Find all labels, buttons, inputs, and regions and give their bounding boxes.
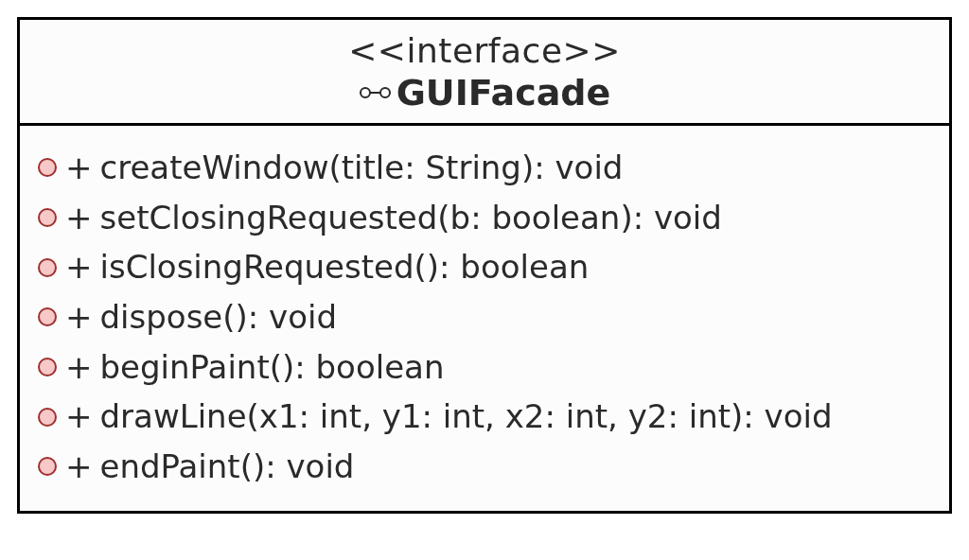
method-bullet-icon bbox=[37, 407, 58, 428]
member-row: + isClosingRequested(): boolean bbox=[37, 242, 932, 292]
class-name: GUIFacade bbox=[396, 72, 611, 114]
method-signature: dispose(): void bbox=[100, 292, 338, 342]
visibility-symbol: + bbox=[65, 143, 93, 193]
uml-header: <<interface>> GUIFacade bbox=[20, 20, 949, 126]
uml-interface-box: <<interface>> GUIFacade + createWindow(t… bbox=[17, 17, 952, 514]
method-bullet-icon bbox=[37, 157, 58, 178]
interface-lollipop-icon bbox=[359, 84, 391, 101]
visibility-symbol: + bbox=[65, 242, 93, 292]
classname-row: GUIFacade bbox=[20, 72, 949, 114]
visibility-symbol: + bbox=[65, 193, 93, 243]
uml-body: + createWindow(title: String): void + se… bbox=[20, 126, 949, 511]
method-bullet-icon bbox=[37, 257, 58, 278]
svg-point-0 bbox=[361, 88, 370, 97]
method-signature: endPaint(): void bbox=[100, 442, 355, 492]
svg-point-9 bbox=[39, 458, 56, 475]
visibility-symbol: + bbox=[65, 342, 93, 393]
method-signature: isClosingRequested(): boolean bbox=[100, 242, 590, 292]
svg-point-8 bbox=[39, 409, 56, 426]
stereotype-label: <<interface>> bbox=[20, 31, 949, 70]
member-row: + dispose(): void bbox=[37, 292, 932, 342]
method-bullet-icon bbox=[37, 357, 58, 377]
member-row: + createWindow(title: String): void bbox=[37, 143, 932, 193]
method-signature: drawLine(x1: int, y1: int, x2: int, y2: … bbox=[100, 392, 833, 442]
member-row: + endPaint(): void bbox=[37, 442, 932, 492]
svg-point-7 bbox=[39, 359, 56, 376]
visibility-symbol: + bbox=[65, 292, 93, 342]
member-row: + drawLine(x1: int, y1: int, x2: int, y2… bbox=[37, 392, 932, 442]
svg-point-6 bbox=[39, 308, 56, 325]
method-signature: setClosingRequested(b: boolean): void bbox=[100, 193, 722, 243]
method-bullet-icon bbox=[37, 207, 58, 228]
method-bullet-icon bbox=[37, 306, 58, 327]
visibility-symbol: + bbox=[65, 442, 93, 492]
member-row: + setClosingRequested(b: boolean): void bbox=[37, 193, 932, 243]
member-row: + beginPaint(): boolean bbox=[37, 342, 932, 393]
method-signature: beginPaint(): boolean bbox=[100, 342, 445, 393]
svg-point-5 bbox=[39, 259, 56, 276]
svg-point-2 bbox=[380, 88, 390, 97]
visibility-symbol: + bbox=[65, 392, 93, 442]
svg-point-4 bbox=[39, 209, 56, 226]
method-bullet-icon bbox=[37, 456, 58, 477]
method-signature: createWindow(title: String): void bbox=[100, 143, 624, 193]
svg-point-3 bbox=[39, 159, 56, 176]
